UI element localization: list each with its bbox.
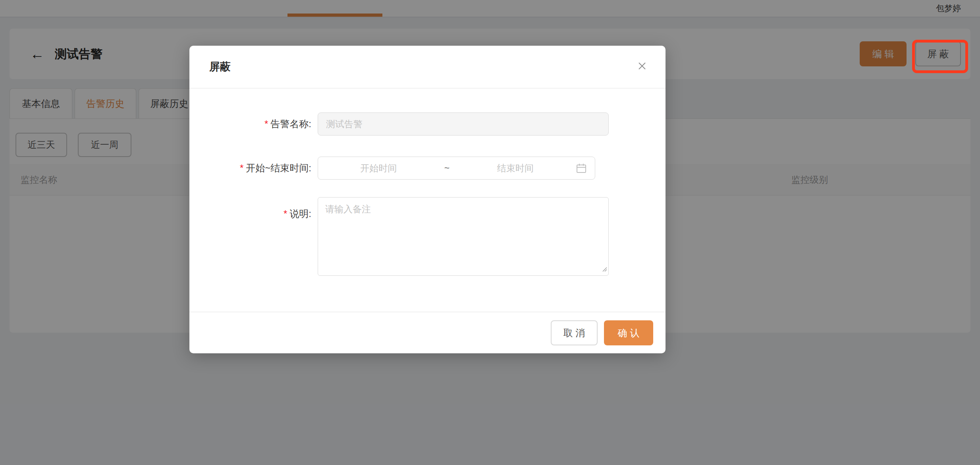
end-time-placeholder[interactable]: 结束时间 <box>455 162 576 174</box>
description-textarea[interactable] <box>318 197 609 276</box>
confirm-button[interactable]: 确 认 <box>604 320 653 345</box>
modal-title: 屏蔽 <box>209 60 231 74</box>
required-asterisk: * <box>264 118 268 129</box>
required-asterisk: * <box>240 163 243 173</box>
close-button[interactable] <box>636 61 648 73</box>
close-icon <box>637 60 648 73</box>
modal-footer: 取 消 确 认 <box>189 312 666 353</box>
required-asterisk: * <box>284 208 287 219</box>
start-time-placeholder[interactable]: 开始时间 <box>318 162 439 174</box>
time-range-control: 开始时间 ~ 结束时间 <box>318 157 595 180</box>
highlight-annotation-box <box>912 40 968 73</box>
description-control <box>318 197 609 276</box>
form-row-alert-name: *告警名称: <box>189 112 666 136</box>
time-range-label: *开始~结束时间: <box>189 162 311 174</box>
alert-name-label: *告警名称: <box>189 118 311 130</box>
modal-body: *告警名称: *开始~结束时间: 开始时间 ~ 结束时间 <box>189 89 666 276</box>
form-row-time-range: *开始~结束时间: 开始时间 ~ 结束时间 <box>189 157 666 180</box>
screen: 包梦婷 ← 测试告警 编 辑 屏 蔽 基本信息 告警历史 屏蔽历史 近三天 近一… <box>0 0 980 465</box>
block-modal: 屏蔽 *告警名称: *开始~结束时间: 开始时间 ~ <box>189 46 666 353</box>
range-separator: ~ <box>439 163 455 174</box>
description-label: *说明: <box>189 197 311 220</box>
modal-header: 屏蔽 <box>189 46 666 89</box>
date-range-picker[interactable]: 开始时间 ~ 结束时间 <box>318 157 595 180</box>
alert-name-input[interactable] <box>318 112 609 136</box>
calendar-icon <box>576 163 587 174</box>
cancel-button[interactable]: 取 消 <box>551 320 598 345</box>
form-row-description: *说明: <box>189 197 666 276</box>
alert-name-control <box>318 112 609 136</box>
